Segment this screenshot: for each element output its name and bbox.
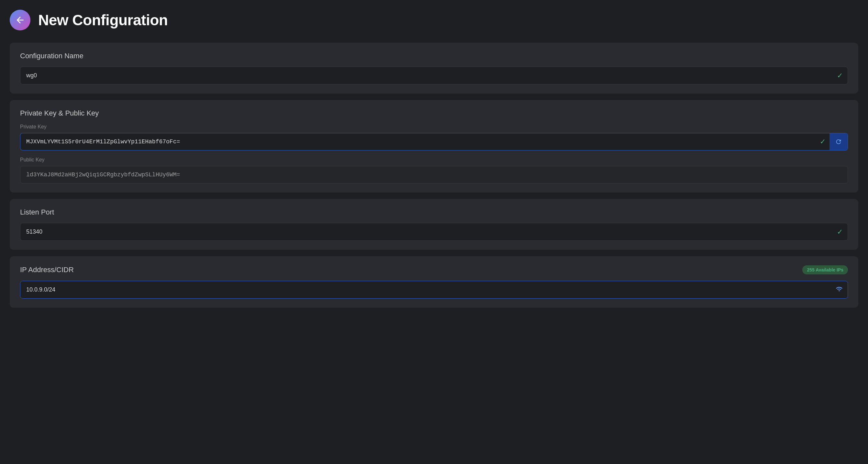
back-arrow-icon bbox=[15, 15, 25, 25]
listen-port-input[interactable] bbox=[20, 223, 848, 241]
private-key-label: Private Key bbox=[20, 124, 848, 130]
ip-address-title: IP Address/CIDR bbox=[20, 266, 74, 274]
keys-title: Private Key & Public Key bbox=[20, 109, 99, 118]
public-key-input[interactable] bbox=[20, 166, 848, 183]
private-key-field: Private Key ✓ bbox=[20, 124, 848, 151]
private-key-refresh-button[interactable] bbox=[830, 133, 847, 150]
ip-address-input[interactable] bbox=[20, 281, 848, 299]
private-key-input[interactable] bbox=[20, 133, 816, 151]
keys-section: Private Key & Public Key Private Key ✓ P… bbox=[10, 100, 858, 192]
config-name-section: Configuration Name ✓ bbox=[10, 43, 858, 94]
refresh-icon bbox=[835, 138, 842, 145]
ip-wifi-icon bbox=[836, 285, 843, 294]
page-title: New Configuration bbox=[38, 11, 168, 29]
config-name-title: Configuration Name bbox=[20, 52, 84, 60]
listen-port-section: Listen Port ✓ bbox=[10, 199, 858, 250]
back-button[interactable] bbox=[10, 10, 30, 30]
config-name-header: Configuration Name bbox=[20, 52, 848, 60]
listen-port-header: Listen Port bbox=[20, 208, 848, 216]
keys-header: Private Key & Public Key bbox=[20, 109, 848, 118]
config-name-input[interactable] bbox=[20, 67, 848, 85]
ip-address-header: IP Address/CIDR 255 Available IPs bbox=[20, 265, 848, 274]
network-icon bbox=[836, 285, 843, 292]
ip-input-wrapper bbox=[20, 281, 848, 299]
page-header: New Configuration bbox=[10, 6, 858, 34]
config-name-input-wrapper: ✓ bbox=[20, 67, 848, 85]
ip-address-section: IP Address/CIDR 255 Available IPs bbox=[10, 256, 858, 308]
private-key-input-wrapper: ✓ bbox=[20, 133, 848, 151]
private-key-actions: ✓ bbox=[816, 133, 848, 151]
public-key-label: Public Key bbox=[20, 157, 848, 163]
listen-port-title: Listen Port bbox=[20, 208, 54, 216]
available-ips-badge: 255 Available IPs bbox=[802, 265, 848, 274]
listen-port-input-wrapper: ✓ bbox=[20, 223, 848, 241]
public-key-field: Public Key bbox=[20, 157, 848, 183]
private-key-check-icon: ✓ bbox=[816, 133, 830, 150]
